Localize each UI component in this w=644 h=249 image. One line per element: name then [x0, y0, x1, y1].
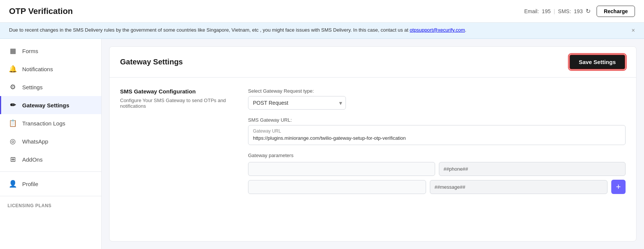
alert-email-link[interactable]: otpsupport@xecurify.com	[410, 27, 465, 33]
param-row-2: ##message## +	[248, 180, 626, 194]
gateway-url-value: https://plugins.miniorange.com/twilio-ga…	[248, 134, 625, 145]
gateway-params-label: Gateway parameters	[248, 153, 626, 158]
gateway-request-type-group: Select Gateway Request type: POST Reques…	[248, 88, 626, 110]
notifications-icon: 🔔	[9, 65, 17, 73]
page-title: Gateway Settings	[120, 58, 183, 66]
sidebar-divider-2	[0, 196, 101, 196]
gateway-params-group: Gateway parameters ##phone## ##message##	[248, 153, 626, 194]
param-row-1: ##phone##	[248, 162, 626, 176]
settings-icon: ⚙	[9, 83, 17, 91]
param-value-2: ##message##	[430, 180, 608, 194]
sidebar-item-settings[interactable]: ⚙ Settings	[0, 78, 101, 96]
sidebar: ▦ Forms 🔔 Notifications ⚙ Settings ✏ Gat…	[0, 39, 102, 249]
gateway-url-group: SMS Gateway URL: Gateway URL https://plu…	[248, 117, 626, 145]
sidebar-item-addons[interactable]: ⊞ AddOns	[0, 150, 101, 168]
addons-icon: ⊞	[9, 155, 17, 163]
refresh-icon[interactable]: ↻	[586, 8, 591, 15]
param-input-1[interactable]	[248, 162, 435, 176]
header-right: Email:195 | SMS:193 ↻ Recharge	[524, 6, 635, 17]
recharge-button[interactable]: Recharge	[597, 6, 635, 17]
gateway-settings-icon: ✏	[9, 101, 17, 109]
header: OTP Verification Email:195 | SMS:193 ↻ R…	[0, 0, 644, 23]
sidebar-item-label: Gateway Settings	[22, 102, 69, 108]
email-credits-value: 195	[542, 8, 551, 14]
app-title: OTP Verification	[9, 6, 73, 16]
sidebar-item-notifications[interactable]: 🔔 Notifications	[0, 60, 101, 78]
content-header: Gateway Settings Save Settings	[110, 47, 636, 78]
transaction-logs-icon: 📋	[9, 119, 17, 127]
sidebar-item-gateway-settings[interactable]: ✏ Gateway Settings	[0, 96, 101, 114]
config-description: SMS Gateway Configuration Configure Your…	[120, 88, 233, 202]
credits-display: Email:195 | SMS:193 ↻	[524, 8, 591, 15]
config-desc: Configure Your SMS Gateway to send OTPs …	[120, 98, 233, 109]
alert-text: Due to recent changes in the SMS Deliver…	[9, 27, 466, 33]
save-settings-button[interactable]: Save Settings	[569, 54, 626, 70]
credits-separator: |	[554, 8, 555, 14]
sidebar-item-label: WhatsApp	[22, 138, 48, 145]
main-body: ▦ Forms 🔔 Notifications ⚙ Settings ✏ Gat…	[0, 39, 644, 249]
sidebar-divider	[0, 171, 101, 172]
sidebar-item-label: Settings	[22, 84, 43, 90]
gateway-request-select-wrapper: POST Request ▾	[248, 96, 346, 110]
forms-icon: ▦	[9, 47, 17, 55]
gateway-request-label: Select Gateway Request type:	[248, 88, 626, 94]
sms-credits-value: 193	[574, 8, 583, 14]
whatsapp-icon: ◎	[9, 137, 17, 145]
param-input-2[interactable]	[248, 180, 426, 194]
sidebar-licensing-label: Licensing Plans	[0, 199, 101, 210]
add-param-button[interactable]: +	[611, 180, 626, 194]
sidebar-item-label: Profile	[22, 181, 38, 187]
sidebar-item-label: Forms	[22, 48, 38, 54]
profile-icon: 👤	[9, 180, 17, 188]
sidebar-item-profile[interactable]: 👤 Profile	[0, 175, 101, 193]
param-value-1: ##phone##	[439, 162, 626, 176]
sidebar-item-label: AddOns	[22, 156, 43, 163]
gateway-url-field: Gateway URL https://plugins.miniorange.c…	[248, 125, 626, 145]
sidebar-item-label: Notifications	[22, 66, 53, 72]
sidebar-item-whatsapp[interactable]: ◎ WhatsApp	[0, 132, 101, 150]
sms-credits-label: SMS:	[558, 8, 571, 14]
alert-banner: Due to recent changes in the SMS Deliver…	[0, 23, 644, 39]
email-credits-label: Email:	[524, 8, 539, 14]
sidebar-item-transaction-logs[interactable]: 📋 Transaction Logs	[0, 114, 101, 132]
sidebar-item-forms[interactable]: ▦ Forms	[0, 42, 101, 60]
config-title: SMS Gateway Configuration	[120, 88, 233, 95]
gateway-url-label: SMS Gateway URL:	[248, 117, 626, 123]
config-section: SMS Gateway Configuration Configure Your…	[110, 78, 636, 212]
alert-close-button[interactable]: ×	[632, 27, 635, 34]
content-inner: Gateway Settings Save Settings SMS Gatew…	[109, 46, 636, 241]
config-form: Select Gateway Request type: POST Reques…	[248, 88, 626, 202]
gateway-request-select[interactable]: POST Request	[248, 96, 346, 110]
sidebar-item-label: Transaction Logs	[22, 120, 65, 127]
content-area: Gateway Settings Save Settings SMS Gatew…	[102, 39, 644, 249]
gateway-url-field-label: Gateway URL	[248, 125, 625, 134]
